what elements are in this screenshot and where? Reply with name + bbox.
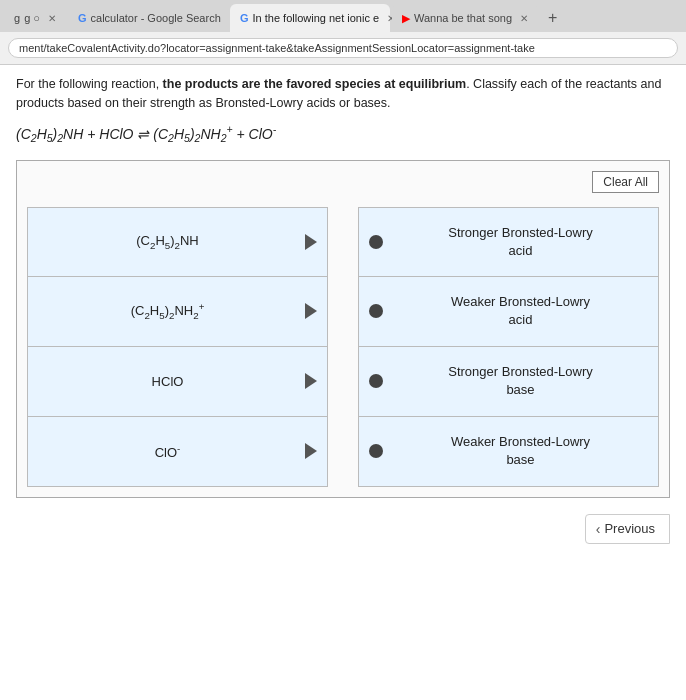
tab-3-favicon: G xyxy=(240,12,249,24)
drag-drop-container: Clear All (C2H5)2NH (C2H5)2NH2+ xyxy=(16,160,670,498)
address-bar-row: ment/takeCovalentActivity.do?locator=ass… xyxy=(0,32,686,64)
drop-circle-3 xyxy=(369,374,383,388)
tab-1-close[interactable]: ✕ xyxy=(48,13,56,24)
drop-circle-4 xyxy=(369,444,383,458)
drag-handle-3 xyxy=(305,373,317,389)
tab-1-favicon: g xyxy=(14,12,20,24)
chevron-left-icon: ‹ xyxy=(596,521,601,537)
tab-3-label: In the following net ionic e xyxy=(253,12,380,24)
drag-item-4-text: ClO- xyxy=(38,443,297,460)
tab-2[interactable]: G calculator - Google Search ✕ xyxy=(68,4,228,32)
tab-2-favicon: G xyxy=(78,12,87,24)
tab-4-favicon: ▶ xyxy=(402,12,410,25)
tab-1[interactable]: g g ○ ✕ xyxy=(4,4,66,32)
drag-handle-2 xyxy=(305,303,317,319)
tab-4[interactable]: ▶ Wanna be that song ✕ xyxy=(392,4,538,32)
drop-item-3[interactable]: Stronger Bronsted-Lowrybase xyxy=(358,347,659,417)
tab-2-label: calculator - Google Search xyxy=(91,12,221,24)
tab-3[interactable]: G In the following net ionic e ✕ xyxy=(230,4,390,32)
tab-1-label: g ○ xyxy=(24,12,40,24)
drop-circle-1 xyxy=(369,235,383,249)
new-tab-button[interactable]: + xyxy=(540,5,565,31)
drop-circle-2 xyxy=(369,304,383,318)
previous-button[interactable]: ‹ Previous xyxy=(585,514,670,544)
drag-handle-4 xyxy=(305,443,317,459)
browser-chrome: g g ○ ✕ G calculator - Google Search ✕ G… xyxy=(0,0,686,65)
address-bar[interactable]: ment/takeCovalentActivity.do?locator=ass… xyxy=(8,38,678,58)
tab-4-close[interactable]: ✕ xyxy=(520,13,528,24)
page-content: For the following reaction, the products… xyxy=(0,65,686,700)
drag-handle-1 xyxy=(305,234,317,250)
drag-item-4[interactable]: ClO- xyxy=(27,417,328,487)
drag-item-2[interactable]: (C2H5)2NH2+ xyxy=(27,277,328,347)
tab-4-label: Wanna be that song xyxy=(414,12,512,24)
instruction-text: For the following reaction, the products… xyxy=(16,75,670,113)
drop-item-2-text: Weaker Bronsted-Lowryacid xyxy=(393,293,648,329)
drop-item-4-text: Weaker Bronsted-Lowrybase xyxy=(393,433,648,469)
previous-label: Previous xyxy=(604,521,655,536)
drag-item-1[interactable]: (C2H5)2NH xyxy=(27,207,328,277)
drop-item-1-text: Stronger Bronsted-Lowryacid xyxy=(393,224,648,260)
drag-item-1-text: (C2H5)2NH xyxy=(38,233,297,251)
drop-item-2[interactable]: Weaker Bronsted-Lowryacid xyxy=(358,277,659,347)
tab-bar: g g ○ ✕ G calculator - Google Search ✕ G… xyxy=(0,0,686,32)
drag-item-2-text: (C2H5)2NH2+ xyxy=(38,301,297,321)
drag-item-3[interactable]: HClO xyxy=(27,347,328,417)
clear-all-button[interactable]: Clear All xyxy=(592,171,659,193)
drop-item-3-text: Stronger Bronsted-Lowrybase xyxy=(393,363,648,399)
right-column: Stronger Bronsted-Lowryacid Weaker Brons… xyxy=(358,207,659,487)
left-column: (C2H5)2NH (C2H5)2NH2+ HClO xyxy=(27,207,328,487)
drag-item-3-text: HClO xyxy=(38,374,297,389)
equation-display: (C2H5)2NH + HClO ⇌ (C2H5)2NH2+ + ClO- xyxy=(16,123,670,144)
drop-item-1[interactable]: Stronger Bronsted-Lowryacid xyxy=(358,207,659,277)
columns-layout: (C2H5)2NH (C2H5)2NH2+ HClO xyxy=(27,207,659,487)
drop-item-4[interactable]: Weaker Bronsted-Lowrybase xyxy=(358,417,659,487)
